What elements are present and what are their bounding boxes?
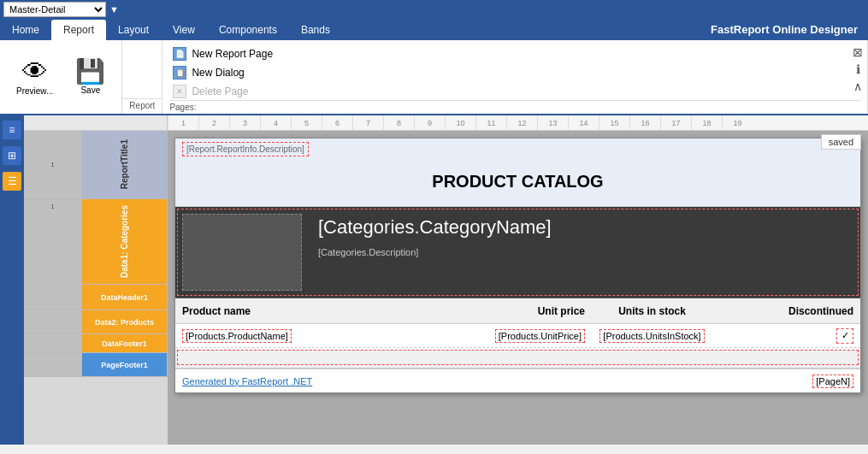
main-area: ≡ ⊞ ☰ 1 2 3 4 5 6 7 8 9 10 11 12 13 14 xyxy=(0,115,868,445)
top-bar: Master-Detail Simple List Labels ▼ xyxy=(0,0,868,19)
data2-band-label[interactable]: Data2: Products xyxy=(82,310,168,333)
ruler-corner xyxy=(24,115,168,130)
tab-home[interactable]: Home xyxy=(0,20,51,40)
report-title-label-row: 1 ReportTitle1 xyxy=(24,131,168,199)
dataheader-band-label[interactable]: DataHeader1 xyxy=(82,285,168,310)
designer-area: 1 2 3 4 5 6 7 8 9 10 11 12 13 14 15 16 1… xyxy=(24,115,868,445)
preview-icon: 👁 xyxy=(22,59,48,85)
new-report-page-item[interactable]: 📄 New Report Page xyxy=(169,45,860,62)
report-title-band-label[interactable]: ReportTitle1 xyxy=(82,131,168,198)
datafooter-band-label-text: DataFooter1 xyxy=(102,339,147,348)
unit-price-dashed[interactable]: [Products.UnitPrice] xyxy=(495,329,585,343)
report-page[interactable]: [Report.ReportInfo.Description] PRODUCT … xyxy=(174,138,861,393)
pagefooter-band-label[interactable]: PageFooter1 xyxy=(82,353,168,376)
save-icon: 💾 xyxy=(75,60,105,84)
ruler-tick-17: 17 xyxy=(660,115,691,130)
tab-report[interactable]: Report xyxy=(51,20,106,40)
new-report-page-label: New Report Page xyxy=(192,48,273,60)
ribbon-tabs: Home Report Layout View Components Bands… xyxy=(0,19,868,40)
ribbon-controls: ⊠ ℹ ∧ xyxy=(847,40,868,98)
ruler-tick-14: 14 xyxy=(568,115,599,130)
ruler-tick-11: 11 xyxy=(475,115,506,130)
v-tick-1: 1 xyxy=(50,161,54,168)
ruler-tick-6: 6 xyxy=(322,115,352,130)
sidebar-icon-list[interactable]: ☰ xyxy=(3,172,21,191)
tab-view[interactable]: View xyxy=(161,20,207,40)
unit-price-field[interactable]: [Products.UnitPrice] xyxy=(451,331,585,341)
report-title-band: [Report.ReportInfo.Description] PRODUCT … xyxy=(175,139,860,207)
ruler-tick-18: 18 xyxy=(691,115,722,130)
expand-icon[interactable]: ⊠ xyxy=(851,44,865,61)
ruler-tick-13: 13 xyxy=(537,115,568,130)
saved-badge: saved xyxy=(821,134,861,150)
ruler-left-4 xyxy=(24,310,82,333)
new-dialog-icon: 📋 xyxy=(173,66,186,80)
discontinued-checkbox[interactable]: ✓ xyxy=(836,328,853,344)
ruler-row: 1 2 3 4 5 6 7 8 9 10 11 12 13 14 15 16 1… xyxy=(24,115,868,131)
datafooter-band xyxy=(175,350,860,369)
ruler-left-5 xyxy=(24,334,82,352)
units-in-stock-dashed[interactable]: [Products.UnitsInStock] xyxy=(599,329,704,343)
category-name-field[interactable]: [Categories.CategoryName] xyxy=(317,215,852,239)
delete-page-icon: ✕ xyxy=(173,85,186,98)
col-price-header: Unit price xyxy=(451,305,585,317)
canvas-scroll[interactable]: 1 ReportTitle1 1 Data1: Categories xyxy=(24,131,868,445)
data1-band-label[interactable]: Data1: Categories xyxy=(82,199,168,284)
sidebar-icon-table[interactable]: ≡ xyxy=(3,121,21,139)
product-catalog-title: PRODUCT CATALOG xyxy=(182,160,853,198)
tab-bands[interactable]: Bands xyxy=(289,20,342,40)
ruler-tick-2: 2 xyxy=(198,115,229,130)
brand-label: FastReport Online Designer xyxy=(700,19,868,40)
ruler-tick-1: 1 xyxy=(168,115,198,130)
pages-section: 📄 New Report Page 📋 New Dialog ✕ Delete … xyxy=(162,40,868,114)
ruler-tick-8: 8 xyxy=(383,115,414,130)
report-section-label: Report xyxy=(122,98,162,112)
dataheader-band-label-text: DataHeader1 xyxy=(101,293,148,302)
ribbon-body: 👁 Preview... 💾 Save Report 📄 New Report … xyxy=(0,40,868,115)
data2-band: [Products.ProductName] [Products.UnitPri… xyxy=(175,324,860,348)
ruler-tick-3: 3 xyxy=(229,115,260,130)
report-info-field[interactable]: [Report.ReportInfo.Description] xyxy=(182,142,309,156)
report-title-band-label-text: ReportTitle1 xyxy=(120,139,129,189)
collapse-ribbon-icon[interactable]: ∧ xyxy=(852,78,864,95)
ruler-tick-19: 19 xyxy=(722,115,753,130)
product-name-dashed[interactable]: [Products.ProductName] xyxy=(182,329,292,343)
sidebar-icon-grid[interactable]: ⊞ xyxy=(3,146,21,165)
datafooter-content xyxy=(177,350,859,365)
delete-page-label: Delete Page xyxy=(192,85,248,97)
ruler-left-6 xyxy=(24,353,82,376)
col-stock-header: Units in stock xyxy=(585,305,719,317)
report-section: Report xyxy=(122,40,162,114)
dataheader-label-row: DataHeader1 xyxy=(24,285,168,310)
new-dialog-item[interactable]: 📋 New Dialog xyxy=(169,64,860,81)
dropdown-arrow: ▼ xyxy=(109,4,119,15)
page-number-field[interactable]: [PageN] xyxy=(812,374,853,388)
discontinued-field[interactable]: ✓ xyxy=(719,328,853,344)
layout-dropdown[interactable]: Master-Detail Simple List Labels xyxy=(3,2,106,17)
ruler-tick-15: 15 xyxy=(599,115,629,130)
ruler-tick-9: 9 xyxy=(414,115,445,130)
tab-layout[interactable]: Layout xyxy=(106,20,161,40)
ruler: 1 2 3 4 5 6 7 8 9 10 11 12 13 14 15 16 1… xyxy=(168,115,868,130)
col-product-name-header: Product name xyxy=(182,305,451,317)
preview-button[interactable]: 👁 Preview... xyxy=(7,55,62,100)
generated-by-link[interactable]: Generated by FastReport .NET xyxy=(182,376,312,386)
pages-section-label: Pages: xyxy=(169,100,860,114)
left-sidebar: ≡ ⊞ ☰ xyxy=(0,115,24,445)
datafooter-band-label[interactable]: DataFooter1 xyxy=(82,334,168,352)
info-icon[interactable]: ℹ xyxy=(854,61,862,78)
data1-label-row: 1 Data1: Categories xyxy=(24,199,168,285)
category-desc-field[interactable]: [Categories.Description] xyxy=(317,246,852,258)
delete-page-item: ✕ Delete Page xyxy=(169,83,860,100)
units-in-stock-field[interactable]: [Products.UnitsInStock] xyxy=(585,331,719,341)
col-discontinued-header: Discontinued xyxy=(719,305,853,317)
product-name-field[interactable]: [Products.ProductName] xyxy=(182,331,451,341)
data1-band-label-text: Data1: Categories xyxy=(120,205,129,278)
pages-menu: 📄 New Report Page 📋 New Dialog ✕ Delete … xyxy=(169,45,860,100)
v-tick-1b: 1 xyxy=(50,203,54,210)
tab-components[interactable]: Components xyxy=(207,20,289,40)
band-labels-column: 1 ReportTitle1 1 Data1: Categories xyxy=(24,131,168,445)
category-image-placeholder[interactable] xyxy=(182,214,302,291)
ruler-tick-16: 16 xyxy=(629,115,660,130)
save-button[interactable]: 💾 Save xyxy=(66,56,115,99)
